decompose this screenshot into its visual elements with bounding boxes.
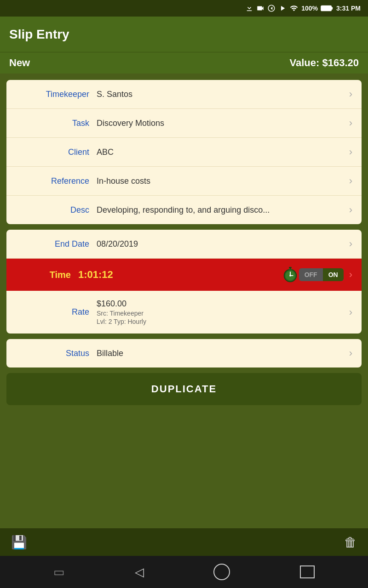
time-toggle[interactable]: OFF ON <box>299 268 344 281</box>
task-label: Task <box>16 119 89 128</box>
time-label: Time <box>16 270 71 280</box>
desc-row[interactable]: Desc Developing, responding to, and argu… <box>6 196 362 224</box>
status-row[interactable]: Status Billable › <box>6 339 362 368</box>
spacer <box>0 470 368 528</box>
end-date-label: End Date <box>16 239 89 249</box>
wifi-icon <box>289 4 299 12</box>
stopwatch-icon <box>282 266 299 283</box>
time-card: End Date 08/20/2019 › Time 1:01:12 <box>6 230 362 334</box>
status-label: Status <box>16 349 89 358</box>
bottom-bar: 💾 🗑 <box>0 528 368 556</box>
nav-recent-icon[interactable] <box>300 565 315 578</box>
end-date-value: 08/20/2019 <box>97 239 349 249</box>
info-card: Timekeeper S. Santos › Task Discovery Mo… <box>6 80 362 224</box>
download-icon <box>245 4 253 12</box>
status-card: Status Billable › <box>6 339 362 368</box>
svg-rect-0 <box>321 6 331 11</box>
client-row[interactable]: Client ABC › <box>6 138 362 167</box>
nav-apps-icon[interactable]: ▭ <box>53 565 65 579</box>
status-bar: 100% 3:31 PM <box>0 0 368 17</box>
reference-label: Reference <box>16 176 89 186</box>
task-chevron: › <box>349 117 352 129</box>
timekeeper-chevron: › <box>349 88 352 100</box>
battery-text: 100% <box>301 5 318 12</box>
duplicate-button[interactable]: DUPLICATE <box>6 373 362 405</box>
client-value: ABC <box>97 147 349 157</box>
time-row[interactable]: Time 1:01:12 OFF ON › <box>6 259 362 291</box>
value-label: Value: $163.20 <box>290 57 359 69</box>
save-icon[interactable]: 💾 <box>11 535 27 550</box>
rate-row[interactable]: Rate $160.00 Src: Timekeeper Lvl: 2 Typ:… <box>6 291 362 334</box>
nav-home-icon[interactable] <box>213 564 230 580</box>
rate-value: $160.00 <box>97 299 349 309</box>
rate-info: $160.00 Src: Timekeeper Lvl: 2 Typ: Hour… <box>97 299 349 325</box>
app-bar: Slip Entry <box>0 17 368 52</box>
rate-label: Rate <box>16 307 89 317</box>
rate-sub1: Src: Timekeeper <box>97 310 349 317</box>
status-icons: 100% 3:31 PM <box>245 4 361 12</box>
toggle-on-label: ON <box>323 268 344 281</box>
reference-row[interactable]: Reference In-house costs › <box>6 167 362 196</box>
desc-value: Developing, responding to, and arguing d… <box>97 205 349 215</box>
desc-chevron: › <box>349 204 352 216</box>
subheader: New Value: $163.20 <box>0 52 368 74</box>
timekeeper-label: Timekeeper <box>16 90 89 99</box>
end-date-row[interactable]: End Date 08/20/2019 › <box>6 230 362 259</box>
client-label: Client <box>16 147 89 157</box>
video-icon <box>256 4 264 12</box>
time-value: 1:01:12 <box>78 269 282 281</box>
task-value: Discovery Motions <box>97 119 349 128</box>
play-icon <box>278 4 287 12</box>
content-area: Timekeeper S. Santos › Task Discovery Mo… <box>0 74 368 470</box>
app-title: Slip Entry <box>9 27 69 42</box>
time-text: 3:31 PM <box>336 5 361 12</box>
task-row[interactable]: Task Discovery Motions › <box>6 109 362 138</box>
timekeeper-row[interactable]: Timekeeper S. Santos › <box>6 80 362 109</box>
rate-sub2: Lvl: 2 Typ: Hourly <box>97 318 349 325</box>
status-value: Billable <box>97 349 349 358</box>
status-chevron: › <box>349 347 352 359</box>
end-date-chevron: › <box>349 238 352 250</box>
nav-back-icon[interactable]: ◁ <box>135 565 144 579</box>
time-chevron: › <box>349 269 352 281</box>
nav-bar: ▭ ◁ <box>0 556 368 588</box>
usb-icon <box>267 4 276 12</box>
desc-label: Desc <box>16 205 89 215</box>
delete-icon[interactable]: 🗑 <box>344 535 357 550</box>
reference-value: In-house costs <box>97 176 349 186</box>
rate-chevron: › <box>349 306 352 318</box>
timekeeper-value: S. Santos <box>97 90 349 99</box>
toggle-off-label: OFF <box>299 268 323 281</box>
svg-point-8 <box>289 275 291 277</box>
svg-rect-9 <box>289 267 292 268</box>
svg-rect-1 <box>331 7 333 10</box>
client-chevron: › <box>349 146 352 158</box>
battery-icon <box>321 4 334 12</box>
reference-chevron: › <box>349 175 352 187</box>
new-label: New <box>9 57 30 69</box>
